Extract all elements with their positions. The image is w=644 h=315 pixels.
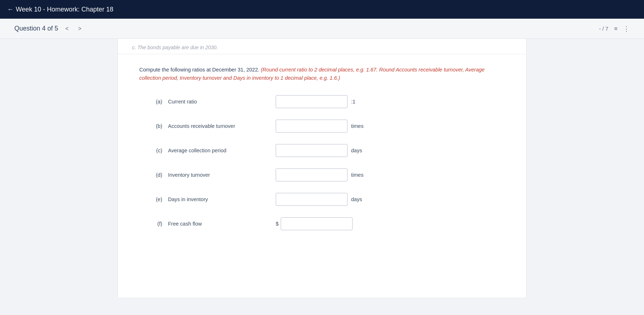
faded-top-text: c. The bonds payable are due in 2030. [132, 45, 218, 50]
ratio-suffix-3: times [351, 172, 364, 178]
ratio-input-1[interactable] [276, 120, 347, 133]
faded-top-section: c. The bonds payable are due in 2030. [118, 39, 526, 54]
ratio-letter-1: (b) [139, 123, 168, 129]
score-display: - / 7 [599, 26, 608, 32]
back-arrow-icon: ← [7, 6, 14, 13]
ratio-input-4[interactable] [276, 193, 347, 206]
sub-header-left: Question 4 of 5 < > [14, 24, 84, 33]
ratio-label-4: Days in inventory [168, 196, 276, 202]
instruction-main-text: Compute the following ratios at December… [139, 67, 261, 73]
ratio-suffix-4: days [351, 196, 362, 202]
ratio-prefix-5: $ [276, 221, 279, 227]
ratio-letter-4: (e) [139, 196, 168, 202]
list-icon[interactable]: ≡ [614, 26, 617, 32]
ratios-container: (a)Current ratio:1(b)Accounts receivable… [139, 95, 505, 230]
ratio-suffix-1: times [351, 123, 364, 129]
ratio-letter-0: (a) [139, 99, 168, 105]
content-wrapper: c. The bonds payable are due in 2030. Co… [0, 39, 644, 297]
ratio-row: (c)Average collection perioddays [139, 144, 505, 157]
ratio-input-5[interactable] [281, 217, 353, 230]
ratio-label-3: Inventory turnover [168, 172, 276, 178]
ratio-row: (d)Inventory turnovertimes [139, 168, 505, 181]
sub-header-right: - / 7 ≡ ⋮ [599, 25, 630, 33]
top-nav-bar: ← Week 10 - Homework: Chapter 18 [0, 0, 644, 19]
nav-title: Week 10 - Homework: Chapter 18 [16, 6, 113, 13]
ratio-row: (b)Accounts receivable turnovertimes [139, 120, 505, 133]
instruction-paragraph: Compute the following ratios at December… [139, 66, 505, 82]
ratio-input-0[interactable] [276, 95, 347, 108]
ratio-letter-5: (f) [139, 221, 168, 227]
ratio-row: (f)Free cash flow$ [139, 217, 505, 230]
ratio-row: (e)Days in inventorydays [139, 193, 505, 206]
ratio-label-0: Current ratio [168, 99, 276, 105]
ratio-row: (a)Current ratio:1 [139, 95, 505, 108]
ratio-label-5: Free cash flow [168, 221, 276, 227]
ratio-suffix-0: :1 [351, 99, 355, 105]
main-body: Compute the following ratios at December… [118, 54, 526, 249]
more-menu-icon[interactable]: ⋮ [623, 25, 630, 33]
ratio-label-2: Average collection period [168, 148, 276, 153]
back-button[interactable]: ← Week 10 - Homework: Chapter 18 [7, 6, 113, 13]
ratio-input-2[interactable] [276, 144, 347, 157]
ratio-suffix-2: days [351, 148, 362, 153]
ratio-letter-3: (d) [139, 172, 168, 178]
question-label: Question 4 of 5 [14, 25, 58, 32]
sub-header: Question 4 of 5 < > - / 7 ≡ ⋮ [0, 19, 644, 39]
ratio-label-1: Accounts receivable turnover [168, 123, 276, 129]
prev-question-button[interactable]: < [63, 24, 71, 33]
ratio-letter-2: (c) [139, 148, 168, 153]
content-panel: c. The bonds payable are due in 2030. Co… [117, 39, 527, 297]
ratio-input-3[interactable] [276, 168, 347, 181]
next-question-button[interactable]: > [76, 24, 83, 33]
